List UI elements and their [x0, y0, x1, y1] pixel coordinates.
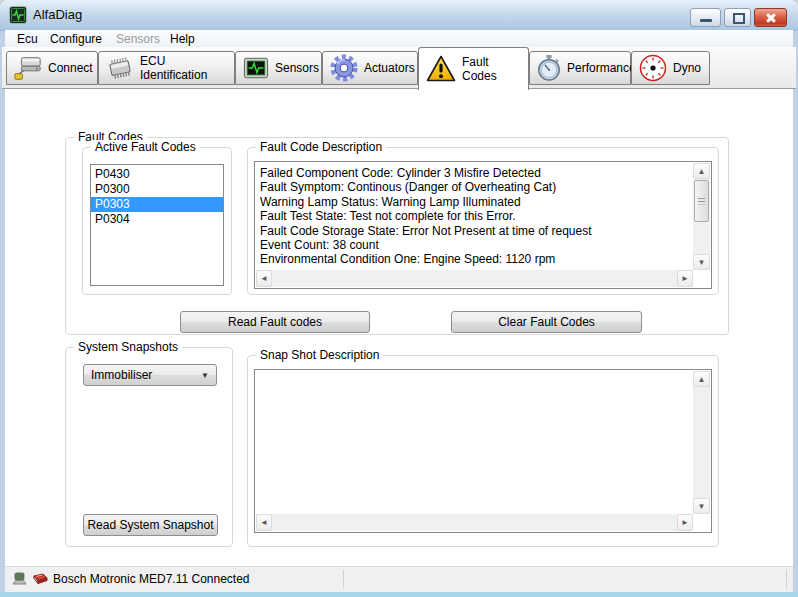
scroll-up-icon[interactable]: ▲: [693, 371, 710, 387]
menu-item-ecu[interactable]: Ecu: [14, 31, 41, 47]
statusbar-divider: [786, 570, 787, 589]
scroll-left-icon[interactable]: ◄: [256, 270, 272, 287]
connect-icon: [13, 54, 43, 82]
tab-connect-label: Connect: [48, 61, 93, 75]
active-fault-codes-group-label: Active Fault Codes: [91, 140, 200, 154]
scrollbar-thumb[interactable]: [694, 180, 709, 222]
horizontal-scrollbar[interactable]: ◄ ►: [256, 270, 693, 287]
tab-performance[interactable]: Performance: [529, 51, 631, 85]
description-line: Environmental Condition One: Engine Spee…: [260, 252, 689, 266]
scroll-right-icon[interactable]: ►: [677, 270, 693, 287]
tab-fault-codes-label: Fault Codes: [462, 55, 522, 83]
fault-description-text: Failed Component Code: Cylinder 3 Misfir…: [260, 166, 689, 267]
close-button[interactable]: [754, 8, 787, 27]
system-snapshots-group-label: System Snapshots: [74, 340, 182, 354]
tab-performance-label: Performance: [567, 61, 636, 75]
dropdown-arrow-icon: ▼: [201, 371, 209, 380]
minimize-icon: [700, 19, 712, 22]
read-fault-codes-button[interactable]: Read Fault codes: [180, 311, 370, 333]
main-content: Fault Codes Active Fault Codes P0430 P03…: [5, 89, 793, 567]
fault-code-description-group-label: Fault Code Description: [256, 140, 386, 154]
vertical-scrollbar[interactable]: ▲ ▼: [693, 163, 710, 270]
clear-fault-codes-button[interactable]: Clear Fault Codes: [451, 311, 642, 333]
status-text: Bosch Motronic MED7.11 Connected: [53, 572, 250, 586]
fault-description-text-area[interactable]: Failed Component Code: Cylinder 3 Misfir…: [254, 161, 712, 289]
ecu-connected-icon: [31, 572, 49, 590]
list-item[interactable]: P0304: [91, 212, 223, 227]
stopwatch-icon: [536, 54, 562, 82]
fault-code-listbox[interactable]: P0430 P0300 P0303 P0304: [90, 164, 224, 286]
tab-ecu-identification[interactable]: ECU Identification: [98, 51, 235, 85]
menu-item-sensors[interactable]: Sensors: [113, 31, 163, 47]
description-line: Fault Test State: Test not complete for …: [260, 209, 689, 223]
toolbar-tabs: Connect: [2, 47, 796, 89]
menu-item-help[interactable]: Help: [167, 31, 198, 47]
tab-dyno[interactable]: Dyno: [631, 51, 710, 85]
list-item[interactable]: P0300: [91, 182, 223, 197]
scroll-left-icon[interactable]: ◄: [256, 514, 272, 531]
scroll-right-icon[interactable]: ►: [677, 514, 693, 531]
warning-icon: [425, 54, 457, 84]
status-bar: Bosch Motronic MED7.11 Connected: [5, 566, 793, 592]
tab-ecu-identification-label: ECU Identification: [140, 54, 228, 82]
window-title: AlfaDiag: [33, 7, 82, 22]
tab-actuators[interactable]: Actuators: [322, 51, 418, 85]
scroll-down-icon[interactable]: ▼: [693, 254, 710, 270]
oscilloscope-icon: [242, 56, 270, 80]
tab-dyno-label: Dyno: [673, 61, 701, 75]
description-line: Warning Lamp Status: Warning Lamp Illumi…: [260, 195, 689, 209]
tab-sensors-label: Sensors: [275, 61, 319, 75]
menu-item-configure[interactable]: Configure: [47, 31, 105, 47]
snapshot-description-group-label: Snap Shot Description: [256, 348, 383, 362]
title-bar[interactable]: AlfaDiag: [0, 0, 798, 31]
snapshot-dropdown[interactable]: Immobiliser ▼: [83, 364, 217, 386]
maximize-icon: [733, 13, 745, 24]
maximize-button[interactable]: [724, 8, 751, 27]
gauge-icon: [638, 53, 668, 83]
tab-actuators-label: Actuators: [364, 61, 415, 75]
scroll-down-icon[interactable]: ▼: [693, 498, 710, 514]
app-icon: [9, 6, 27, 24]
read-system-snapshot-button[interactable]: Read System Snapshot: [83, 514, 218, 536]
description-line: Fault Code Storage State: Error Not Pres…: [260, 224, 689, 238]
gear-icon: [329, 53, 359, 83]
tab-fault-codes[interactable]: Fault Codes: [418, 47, 529, 90]
tab-connect[interactable]: Connect: [6, 51, 98, 85]
description-line: Failed Component Code: Cylinder 3 Misfir…: [260, 166, 689, 180]
close-icon: [765, 12, 776, 23]
snapshot-description-text-area[interactable]: ▲ ▼ ◄ ►: [254, 369, 712, 533]
tab-sensors[interactable]: Sensors: [235, 51, 322, 85]
window-frame-bottom: [0, 592, 798, 597]
list-item[interactable]: P0430: [91, 167, 223, 182]
vertical-scrollbar[interactable]: ▲ ▼: [693, 371, 710, 514]
list-item-selected[interactable]: P0303: [91, 197, 223, 212]
scroll-up-icon[interactable]: ▲: [693, 163, 710, 179]
statusbar-divider: [343, 570, 344, 589]
minimize-button[interactable]: [690, 8, 721, 27]
app-window: AlfaDiag Ecu Configure Sensors Help: [0, 0, 798, 597]
description-line: Event Count: 38 count: [260, 238, 689, 252]
description-line: Fault Symptom: Continous (Danger of Over…: [260, 180, 689, 194]
menu-bar: Ecu Configure Sensors Help: [5, 30, 793, 48]
snapshot-dropdown-value: Immobiliser: [91, 368, 152, 382]
laptop-status-icon: [11, 572, 28, 591]
chip-icon: [105, 55, 135, 81]
horizontal-scrollbar[interactable]: ◄ ►: [256, 514, 693, 531]
